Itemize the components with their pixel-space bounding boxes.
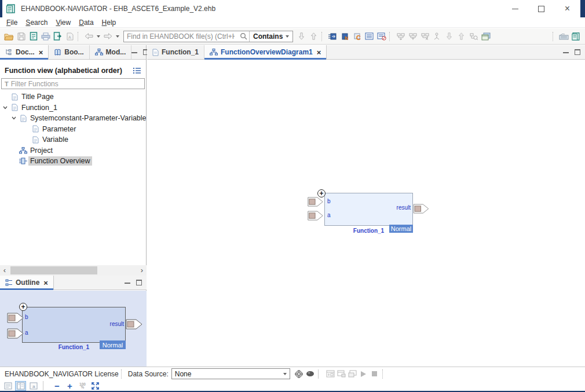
data-source-dropdown[interactable]: None <box>171 368 290 379</box>
outline-canvas[interactable]: + b a result Fun <box>0 291 147 367</box>
minimize-panel-icon[interactable] <box>131 51 137 53</box>
tree-item-project[interactable]: Project <box>0 145 146 156</box>
minimize-button[interactable] <box>502 0 528 17</box>
calibration-button[interactable]: C <box>351 30 363 43</box>
keyboard-shortcuts-button[interactable] <box>558 30 570 43</box>
open-ehb-button[interactable] <box>27 30 39 43</box>
collapse-diagram-button[interactable] <box>394 30 407 43</box>
minimize-panel-icon[interactable] <box>563 51 569 53</box>
port-label-result: result <box>89 321 124 327</box>
contains-dropdown[interactable]: Contains <box>249 31 292 42</box>
show-values-button[interactable] <box>305 369 316 379</box>
input-port-a[interactable] <box>7 328 24 339</box>
menu-data[interactable]: Data <box>75 19 97 27</box>
measure-window-button[interactable] <box>325 369 336 379</box>
filter-functions-input[interactable] <box>11 80 144 88</box>
close-tab-icon[interactable]: × <box>43 279 48 287</box>
tab-bookmarks[interactable]: Boo... <box>49 45 89 59</box>
clear-list-button[interactable] <box>375 30 387 43</box>
stop-measurement-button[interactable] <box>369 369 380 379</box>
mode-badge: Normal <box>100 340 126 349</box>
tab-documents[interactable]: Doc... × <box>0 45 49 59</box>
menu-help[interactable]: Help <box>98 19 120 27</box>
maximize-icon <box>538 6 544 12</box>
function-instance-button[interactable]: N <box>339 30 351 43</box>
split-view-button[interactable] <box>15 381 26 391</box>
view-menu-icon[interactable] <box>133 67 141 74</box>
zoom-out-button[interactable]: − <box>52 381 63 391</box>
maximize-button[interactable] <box>528 0 554 17</box>
chevron-down-icon[interactable] <box>10 116 18 120</box>
menu-search[interactable]: Search <box>21 19 52 27</box>
tree-horizontal-scrollbar[interactable]: ‹ › <box>0 265 147 276</box>
scroll-left-icon[interactable]: ‹ <box>0 265 9 276</box>
search-icon <box>240 32 247 40</box>
copy-view-button[interactable] <box>480 30 492 43</box>
tree-item-variable[interactable]: Variable <box>0 134 146 145</box>
open-folder-button[interactable] <box>3 30 15 43</box>
zoom-in-button[interactable]: + <box>64 381 75 391</box>
diagram-canvas[interactable]: + b a result Fun <box>147 60 585 367</box>
scrollbar-track[interactable] <box>9 265 137 276</box>
search-input[interactable] <box>124 31 237 42</box>
output-port-result[interactable] <box>126 319 143 329</box>
input-port-a[interactable] <box>307 211 324 221</box>
export-button[interactable] <box>52 30 64 43</box>
tree-item-title-page[interactable]: Title Page <box>0 91 146 102</box>
input-port-b[interactable] <box>307 197 324 207</box>
start-measurement-button[interactable] <box>358 369 369 379</box>
find-previous-button[interactable] <box>308 30 320 43</box>
tree-item-function-overview[interactable]: Function Overview <box>0 156 146 167</box>
tree-item-systemconstant[interactable]: Systemconstant-Parameter-Variable-C <box>0 113 146 124</box>
move-down-button[interactable] <box>443 30 455 43</box>
find-next-button[interactable] <box>295 30 308 43</box>
close-tab-icon[interactable]: × <box>317 49 321 56</box>
branch-diagram-button[interactable] <box>431 30 443 43</box>
close-tab-icon[interactable]: × <box>39 49 43 56</box>
forward-button[interactable] <box>102 30 114 43</box>
input-port-b[interactable] <box>7 313 24 323</box>
remove-diagram-button[interactable] <box>419 30 431 43</box>
expand-block-button[interactable]: + <box>19 303 27 311</box>
diagram-branch-icon <box>433 32 441 41</box>
search-go-button[interactable] <box>237 32 249 40</box>
expand-diagram-button[interactable] <box>407 30 419 43</box>
pdf-export-button[interactable]: A <box>64 30 76 43</box>
maximize-panel-icon[interactable] <box>136 280 142 285</box>
forward-history-dropdown[interactable] <box>114 30 121 43</box>
move-up-button[interactable] <box>455 30 467 43</box>
close-button[interactable]: × <box>554 0 580 17</box>
tab-function-1[interactable]: Function_1 <box>147 45 204 59</box>
tree-item-parameter[interactable]: Parameter <box>0 124 146 135</box>
goto-function-button[interactable] <box>327 30 339 43</box>
fit-to-screen-button[interactable] <box>90 381 101 391</box>
save-button[interactable] <box>15 30 27 43</box>
print-button[interactable] <box>39 30 52 43</box>
measure-export-button[interactable] <box>347 369 358 379</box>
tab-outline[interactable]: Outline × <box>0 276 54 290</box>
scroll-right-icon[interactable]: › <box>137 265 147 276</box>
zoom-100-button[interactable]: 100 % <box>77 381 88 391</box>
menu-file[interactable]: File <box>2 19 21 27</box>
text-view-button[interactable]: a <box>28 381 39 391</box>
back-button[interactable] <box>83 30 95 43</box>
search-diagram-button[interactable] <box>467 30 480 43</box>
measure-config-button[interactable] <box>336 369 347 379</box>
single-page-view-button[interactable] <box>2 381 13 391</box>
document-icon <box>18 115 28 122</box>
scrollbar-thumb[interactable] <box>10 266 97 274</box>
mode-badge: Normal <box>389 225 413 233</box>
tab-models[interactable]: Mod... <box>90 45 132 59</box>
tree-item-function-1[interactable]: Function_1 <box>0 102 146 113</box>
output-port-result[interactable] <box>413 204 430 214</box>
chevron-down-icon[interactable] <box>1 106 9 109</box>
tab-function-overview-diagram[interactable]: FunctionOverviewDiagram1 × <box>204 45 327 59</box>
expand-block-button[interactable]: + <box>317 189 326 197</box>
show-list-button[interactable] <box>363 30 375 43</box>
ehandbook-home-button[interactable] <box>570 30 582 43</box>
minimize-panel-icon[interactable] <box>125 281 130 284</box>
data-source-settings-button[interactable] <box>294 369 305 379</box>
menu-view[interactable]: View <box>52 19 75 27</box>
maximize-panel-icon[interactable] <box>575 49 580 55</box>
back-history-dropdown[interactable] <box>95 30 102 43</box>
